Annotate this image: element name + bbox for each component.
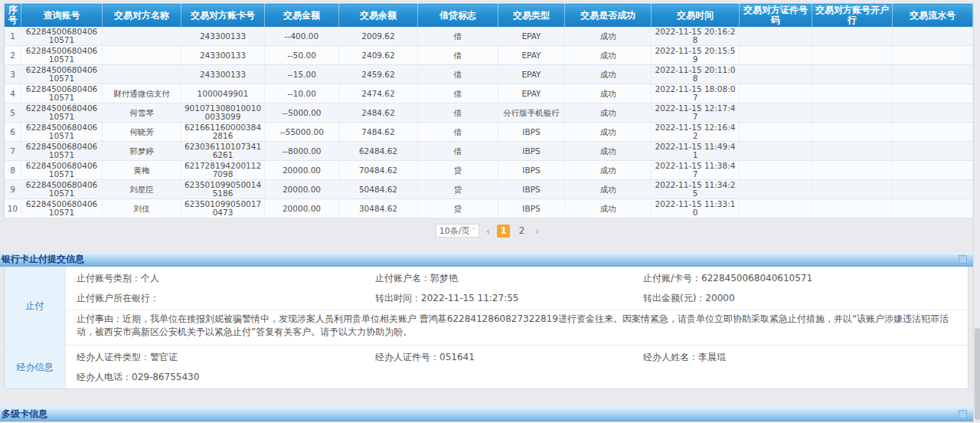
cell-balance: 7484.62 xyxy=(339,123,418,142)
transaction-row[interactable]: 10 6228450068040610571 刘佳 62350109905001… xyxy=(5,199,973,218)
cell-debit-credit-flag: 借 xyxy=(418,65,498,84)
prev-page-button[interactable]: ‹ xyxy=(485,225,492,237)
collapse-icon[interactable] xyxy=(959,410,967,418)
operator-info-row: 经办信息 经办人证件类型：警官证 经办人证件号：051641 经办人姓名：李晨琨… xyxy=(5,346,968,389)
transaction-row[interactable]: 4 6228450068040610571 财付通微信支付 1000049901… xyxy=(5,84,973,103)
cell-counterparty-card: 6217281942001127098 xyxy=(181,161,265,180)
stop-payment-label: 止付 xyxy=(5,267,66,345)
page-button-1[interactable]: 1 xyxy=(497,225,510,238)
transaction-row[interactable]: 5 6228450068040610571 何雪琴 90107130801001… xyxy=(5,103,973,123)
collapse-icon[interactable] xyxy=(959,255,967,264)
column-header: 交易是否成功 xyxy=(565,4,652,28)
cell-seq: 4 xyxy=(5,84,21,103)
pagination: 10条/页 ˅ ‹ 1 2 › xyxy=(4,218,972,244)
cell-seq: 7 xyxy=(5,142,21,161)
cell-balance: 2009.62 xyxy=(339,27,418,46)
field-card-number: 止付账/卡号：6228450068040610571 xyxy=(643,268,960,288)
cell-counterparty-bank xyxy=(812,65,893,84)
transactions-header-row: 序号查询账号交易对方名称交易对方账卡号交易金额交易余额借贷标志交易类型交易是否成… xyxy=(5,4,973,28)
page-button-2[interactable]: 2 xyxy=(515,225,528,238)
cell-query-account: 6228450068040610571 xyxy=(21,65,103,84)
cell-balance: 62484.62 xyxy=(339,142,418,161)
next-page-button[interactable]: › xyxy=(534,225,541,237)
cell-serial-number xyxy=(893,180,973,199)
cell-counterparty-bank xyxy=(812,46,893,65)
vertical-scrollbar[interactable] xyxy=(973,0,980,423)
cell-amount: 20000.00 xyxy=(265,180,339,199)
cell-counterparty-name: 财付通微信支付 xyxy=(103,84,181,103)
cell-transaction-type: IBPS xyxy=(498,180,565,199)
transaction-row[interactable]: 6 6228450068040610571 何晓芳 62166116000038… xyxy=(5,123,973,142)
field-transfer-time: 转出时间：2022-11-15 11:27:55 xyxy=(375,288,643,308)
cell-success-status: 成功 xyxy=(565,123,652,142)
cell-debit-credit-flag: 贷 xyxy=(418,161,498,180)
cell-balance: 2409.62 xyxy=(339,46,418,65)
cell-amount: 20000.00 xyxy=(265,161,339,180)
cell-counterparty-name: 黄梅 xyxy=(103,161,181,180)
transaction-row[interactable]: 9 6228450068040610571 刘星臣 62350109905001… xyxy=(5,180,973,199)
cell-counterparty-card: 243300133 xyxy=(181,65,265,84)
cell-transaction-time: 2022-11-15 20:11:08 xyxy=(652,65,740,84)
cell-transaction-type: EPAY xyxy=(498,46,565,65)
cell-amount: --5000.00 xyxy=(265,103,339,123)
cell-serial-number xyxy=(893,123,973,142)
column-header: 交易对方账卡号 xyxy=(181,4,265,28)
cell-serial-number xyxy=(893,65,973,84)
cell-serial-number xyxy=(893,161,973,180)
column-header: 交易对方证件号码 xyxy=(740,4,812,28)
cell-counterparty-bank xyxy=(812,199,893,218)
cell-transaction-type: IBPS xyxy=(498,161,565,180)
cell-serial-number xyxy=(893,199,973,218)
multi-card-title-bar: 多级卡信息 xyxy=(0,406,973,421)
cell-success-status: 成功 xyxy=(565,46,652,65)
cell-transaction-time: 2022-11-15 20:16:28 xyxy=(652,27,740,46)
cell-success-status: 成功 xyxy=(565,142,652,161)
cell-balance: 2459.62 xyxy=(339,65,418,84)
cell-serial-number xyxy=(893,27,973,46)
cell-balance: 50484.62 xyxy=(339,180,418,199)
cell-counterparty-name xyxy=(103,46,181,65)
cell-debit-credit-flag: 借 xyxy=(418,46,498,65)
column-header: 交易余额 xyxy=(339,4,418,28)
cell-counterparty-card: 1000049901 xyxy=(181,84,265,103)
transaction-row[interactable]: 8 6228450068040610571 黄梅 621728194200112… xyxy=(5,161,973,180)
stop-payment-section: 银行卡止付提交信息 止付 止付账号类别：个人 止付账户名：郭梦艳 止付账/卡号：… xyxy=(0,251,980,389)
cell-seq: 5 xyxy=(5,103,21,123)
page-size-select[interactable]: 10条/页 ˅ xyxy=(436,224,479,238)
scrollbar-thumb[interactable] xyxy=(975,328,980,420)
cell-counterparty-card: 6230361101073416261 xyxy=(181,142,265,161)
cell-counterparty-cert xyxy=(740,142,812,161)
field-account-type: 止付账号类别：个人 xyxy=(77,268,375,288)
cell-amount: --10.00 xyxy=(265,84,339,103)
column-header: 交易金额 xyxy=(265,4,339,28)
field-operator-cert-type: 经办人证件类型：警官证 xyxy=(77,347,375,367)
column-header: 交易对方账号开户行 xyxy=(812,4,893,28)
cell-counterparty-name: 刘佳 xyxy=(103,199,181,218)
transaction-row[interactable]: 7 6228450068040610571 郭梦婷 62303611010734… xyxy=(5,142,973,161)
cell-counterparty-name: 刘星臣 xyxy=(103,180,181,199)
cell-success-status: 成功 xyxy=(565,199,652,218)
cell-counterparty-cert xyxy=(740,180,812,199)
cell-counterparty-card: 6235010990500145186 xyxy=(181,180,265,199)
transaction-row[interactable]: 2 6228450068040610571 243300133 --50.00 … xyxy=(5,46,973,65)
cell-query-account: 6228450068040610571 xyxy=(21,46,103,65)
cell-success-status: 成功 xyxy=(565,84,652,103)
cell-counterparty-cert xyxy=(740,161,812,180)
cell-counterparty-bank xyxy=(812,161,893,180)
stop-payment-row: 止付 止付账号类别：个人 止付账户名：郭梦艳 止付账/卡号：6228450068… xyxy=(5,267,968,346)
cell-debit-credit-flag: 贷 xyxy=(418,180,498,199)
field-account-name: 止付账户名：郭梦艳 xyxy=(375,268,643,288)
page-size-label: 10条/页 xyxy=(439,225,470,237)
cell-amount: --8000.00 xyxy=(265,142,339,161)
cell-success-status: 成功 xyxy=(565,180,652,199)
field-transfer-amount: 转出金额(元)：20000 xyxy=(643,288,960,308)
transaction-row[interactable]: 1 6228450068040610571 243300133 --400.00… xyxy=(5,27,973,46)
cell-query-account: 6228450068040610571 xyxy=(21,103,103,123)
cell-seq: 3 xyxy=(5,65,21,84)
cell-seq: 10 xyxy=(5,199,21,218)
transaction-row[interactable]: 3 6228450068040610571 243300133 --15.00 … xyxy=(5,65,973,84)
column-header: 交易类型 xyxy=(498,4,565,28)
cell-counterparty-name: 何晓芳 xyxy=(103,123,181,142)
cell-seq: 8 xyxy=(5,161,21,180)
cell-transaction-type: EPAY xyxy=(498,27,565,46)
